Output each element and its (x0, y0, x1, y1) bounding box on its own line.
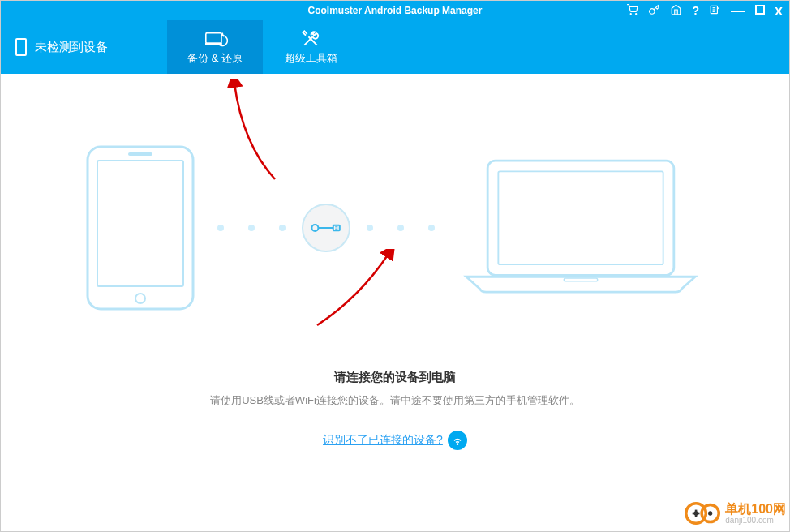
svg-point-1 (636, 13, 637, 14)
titlebar: Coolmuster Android Backup Manager ? — X (1, 1, 789, 20)
cart-icon[interactable] (626, 4, 638, 18)
watermark-text: 单机100网 danji100.com (725, 502, 786, 526)
svg-rect-15 (333, 225, 340, 230)
app-title: Coolmuster Android Backup Manager (308, 5, 483, 16)
usb-plug-icon (302, 204, 350, 252)
backup-restore-icon (202, 28, 228, 48)
connection-dots-right (367, 225, 435, 231)
svg-rect-9 (88, 147, 193, 309)
tab-toolbox[interactable]: 超级工具箱 (263, 20, 359, 74)
help-icon[interactable]: ? (692, 4, 699, 17)
svg-rect-12 (128, 152, 152, 156)
svg-rect-19 (498, 171, 663, 264)
svg-rect-20 (564, 278, 597, 281)
svg-point-0 (631, 13, 632, 14)
main-content: 请连接您的设备到电脑 请使用USB线或者WiFi连接您的设备。请中途不要使用第三… (1, 74, 789, 532)
svg-point-21 (457, 444, 457, 444)
watermark-url: danji100.com (725, 516, 786, 525)
feedback-icon[interactable] (709, 4, 721, 18)
svg-point-13 (311, 225, 318, 231)
toolbox-icon (300, 28, 321, 48)
dot (217, 225, 224, 231)
watermark: 单机100网 danji100.com (685, 499, 786, 528)
connection-diagram (79, 143, 711, 313)
svg-rect-10 (97, 161, 183, 286)
help-row: 识别不了已连接的设备? (210, 431, 580, 450)
help-link[interactable]: 识别不了已连接的设备? (323, 433, 443, 448)
tab-backup-restore[interactable]: 备份 & 还原 (167, 20, 263, 74)
key-icon[interactable] (648, 4, 660, 18)
dot (279, 225, 286, 231)
titlebar-controls: ? — X (626, 2, 783, 19)
message-block: 请连接您的设备到电脑 请使用USB线或者WiFi连接您的设备。请中途不要使用第三… (210, 370, 580, 450)
svg-rect-6 (756, 6, 764, 14)
svg-rect-18 (487, 161, 674, 275)
svg-rect-7 (206, 33, 221, 44)
minimize-icon[interactable]: — (731, 2, 745, 19)
watermark-icon (685, 499, 720, 528)
phone-icon (15, 38, 27, 56)
message-subtitle: 请使用USB线或者WiFi连接您的设备。请中途不要使用第三方的手机管理软件。 (210, 393, 580, 408)
dot (367, 225, 373, 231)
connection-dots-left (217, 225, 286, 231)
watermark-name: 单机100网 (725, 502, 786, 517)
tab-label: 超级工具箱 (285, 51, 337, 66)
message-title: 请连接您的设备到电脑 (210, 370, 580, 385)
dot (397, 225, 404, 231)
tab-label: 备份 & 还原 (187, 51, 243, 66)
svg-point-27 (708, 511, 712, 515)
svg-point-11 (135, 294, 145, 303)
header-bar: 未检测到设备 备份 & 还原 超级工具箱 (1, 20, 789, 74)
laptop-illustration (451, 147, 711, 309)
device-status-text: 未检测到设备 (35, 40, 108, 55)
phone-illustration (79, 143, 201, 313)
close-icon[interactable]: X (775, 4, 783, 18)
home-icon[interactable] (670, 4, 682, 18)
dot (248, 225, 255, 231)
maximize-icon[interactable] (755, 4, 765, 17)
device-status: 未检测到设备 (1, 38, 167, 56)
dot (428, 225, 435, 231)
wifi-button[interactable] (448, 431, 467, 450)
